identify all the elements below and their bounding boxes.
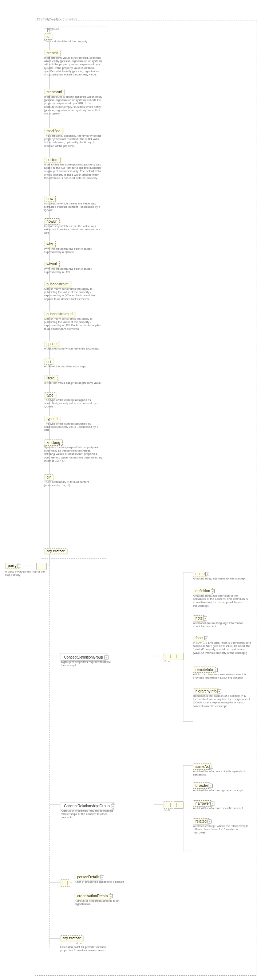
- element-desc: Additional natural language information …: [193, 621, 251, 628]
- collapse-icon[interactable]: −: [44, 28, 48, 32]
- attribute-desc: Indicates by which means the value was e…: [44, 202, 102, 212]
- entity-child-personDetails: personDetails+: [75, 874, 102, 880]
- attribute-label: why: [47, 242, 53, 246]
- attribute-label: dir: [47, 475, 51, 479]
- cardinality: 0..∞: [76, 942, 82, 945]
- element-label: name: [195, 572, 205, 576]
- element-desc: A natural language definition of the sem…: [193, 594, 251, 608]
- element-desc: A group of properties specific to an org…: [75, 899, 129, 906]
- attribute-desc: The local identifier of the property.: [44, 40, 102, 43]
- attribute-custom: custom: [44, 157, 61, 163]
- attribute-type: type: [44, 392, 56, 398]
- expand-icon[interactable]: +: [217, 689, 221, 693]
- expand-icon[interactable]: +: [100, 875, 104, 879]
- attribute-label: creatoruri: [47, 90, 62, 94]
- collapse-icon[interactable]: −: [17, 564, 21, 568]
- expand-icon[interactable]: +: [109, 894, 113, 898]
- attributes-header: − attributes: [47, 27, 59, 30]
- expand-icon[interactable]: +: [209, 784, 213, 788]
- element-desc: An identifier of a more specific concept…: [193, 807, 251, 810]
- element-desc: A natural language name for the concept.: [193, 577, 251, 580]
- expand-icon[interactable]: +: [210, 802, 214, 805]
- attribute-desc: If the attribute is empty, specifies whi…: [44, 95, 102, 115]
- sequence-rel-outer: [163, 802, 173, 809]
- collapse-icon[interactable]: −: [105, 655, 108, 659]
- element-desc: A set of properties specific to a person: [75, 880, 129, 883]
- attribute-label: qcode: [47, 342, 56, 346]
- def-child-name: name+: [193, 571, 207, 577]
- cardinality: 0..∞: [165, 808, 170, 811]
- attribute-label: pubconstrainturi: [47, 312, 73, 316]
- attribute-label: xml:lang: [47, 441, 60, 445]
- attribute-desc: The date (and, optionally, the time) whe…: [44, 134, 102, 148]
- element-label: narrower: [195, 802, 210, 805]
- expand-icon[interactable]: +: [214, 668, 218, 672]
- expand-icon[interactable]: +: [209, 765, 213, 768]
- element-label: note: [195, 616, 202, 620]
- attribute-desc: A URI which identifies a concept.: [44, 365, 102, 368]
- element-desc: Represents the position of a concept in …: [193, 694, 251, 708]
- element-label: party: [8, 564, 16, 568]
- element-label: broader: [195, 784, 208, 788]
- element-party: party −: [5, 563, 19, 569]
- attribute-desc: One or many constraints that apply to pu…: [44, 317, 102, 331]
- expand-icon[interactable]: +: [205, 572, 209, 576]
- attribute-desc: Indicates by which means the value was e…: [44, 224, 102, 235]
- attribute-desc: One or many constraints that apply to pu…: [44, 287, 102, 301]
- group-rel-desc: A group of properties required to indica…: [61, 809, 119, 819]
- element-label: personDetails: [77, 875, 99, 879]
- any-other-bottom-desc: Extension point for provider-defined pro…: [60, 945, 107, 952]
- attribute-label: creator: [47, 51, 58, 55]
- attribute-label: type: [47, 393, 54, 397]
- collapse-icon[interactable]: −: [111, 804, 115, 808]
- expand-icon[interactable]: +: [208, 819, 211, 823]
- expand-icon[interactable]: +: [211, 589, 215, 593]
- any-other-top: any ##other: [44, 548, 67, 554]
- attribute-typeuri: typeuri: [44, 416, 60, 422]
- choice-entity: [60, 880, 70, 887]
- group-def-desc: A group of properties required to define…: [61, 660, 116, 667]
- expand-icon[interactable]: +: [203, 616, 207, 620]
- attribute-label: literal: [47, 376, 56, 380]
- attribute-pubconstrainturi: pubconstrainturi: [44, 311, 75, 317]
- expand-icon[interactable]: +: [204, 636, 208, 640]
- element-label: sameAs: [195, 765, 209, 768]
- element-label: remoteInfo: [195, 668, 213, 672]
- attribute-desc: The type of the concept assigned as cont…: [44, 422, 102, 432]
- element-label: related: [195, 819, 207, 823]
- element-label: hierarchyInfo: [195, 689, 217, 693]
- attribute-xmllang: xml:lang: [44, 439, 63, 446]
- sequence-def-inner: [174, 653, 184, 660]
- attribute-uri: uri: [44, 359, 53, 365]
- rel-child-broader: broader+: [193, 783, 210, 789]
- attribute-label: custom: [47, 158, 58, 162]
- attribute-desc: A free-text value assigned as property v…: [44, 381, 102, 385]
- attribute-desc: The type of the concept assigned as cont…: [44, 398, 102, 409]
- rel-child-sameAs: sameAs+: [193, 764, 211, 770]
- element-label: facet: [195, 636, 203, 640]
- attribute-label: modified: [47, 129, 60, 133]
- def-child-hierarchyInfo: hierarchyInfo+: [193, 688, 219, 694]
- attribute-label: id: [47, 35, 49, 39]
- attribute-desc: Why the metadata has been included - exp…: [44, 267, 102, 274]
- sequence-rel-inner: [174, 802, 184, 809]
- attribute-modified: modified: [44, 128, 63, 134]
- cardinality: 0..∞: [165, 660, 170, 663]
- rel-child-narrower: narrower+: [193, 800, 212, 807]
- def-child-note: note+: [193, 615, 205, 621]
- attribute-label: how: [47, 197, 53, 201]
- element-desc: A related concept, where the relationshi…: [193, 824, 251, 835]
- attribute-literal: literal: [44, 375, 58, 381]
- attribute-how: how: [44, 196, 56, 202]
- attribute-pubconstraint: pubconstraint: [44, 281, 71, 287]
- attribute-desc: Why the metadata has been included - exp…: [44, 247, 102, 254]
- attribute-howuri: howuri: [44, 218, 60, 224]
- attribute-desc: The directionality of textual content (e…: [44, 480, 102, 487]
- attribute-creatoruri: creatoruri: [44, 89, 64, 95]
- attribute-creator: creator: [44, 50, 60, 56]
- attribute-qcode: qcode: [44, 341, 59, 347]
- sequence-def-outer: [163, 653, 173, 660]
- def-child-facet: facet+: [193, 635, 206, 641]
- attribute-label: uri: [47, 360, 51, 364]
- attribute-desc: If set to true the corresponding propert…: [44, 163, 102, 180]
